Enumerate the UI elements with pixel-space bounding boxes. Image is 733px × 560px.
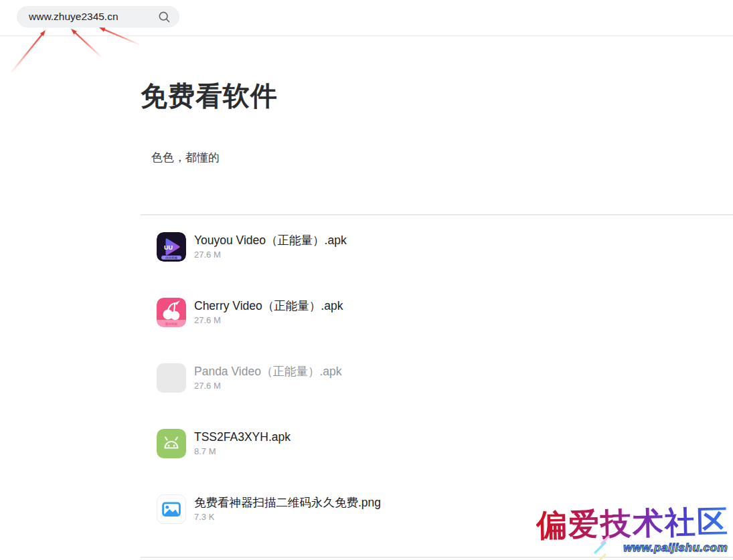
android-apk-icon bbox=[157, 429, 186, 458]
page-subtitle: 色色，都懂的 bbox=[141, 111, 733, 166]
page-title: 免费看软件 bbox=[141, 36, 733, 111]
bottom-divider bbox=[141, 557, 733, 558]
uu-icon-text: UU bbox=[164, 244, 173, 251]
file-item-tss2fa3xyh-apk[interactable]: TSS2FA3XYH.apk 8.7 M bbox=[141, 412, 733, 478]
file-size: 27.6 M bbox=[194, 250, 347, 260]
uu-video-app-icon: UU 优优视频 bbox=[157, 232, 186, 262]
search-input[interactable]: www.zhuye2345.cn bbox=[17, 6, 179, 27]
search-icon[interactable] bbox=[158, 11, 171, 23]
file-meta: Panda Video（正能量）.apk 27.6 M bbox=[194, 363, 342, 391]
file-name[interactable]: 免费看神器扫描二维码永久免费.png bbox=[194, 495, 381, 510]
watermark-url: www.paijishu.com bbox=[536, 541, 729, 555]
cherry-video-app-icon: 樱桃视频 bbox=[157, 298, 186, 327]
file-list: UU 优优视频 Youyou Video（正能量）.apk 27.6 M bbox=[141, 215, 733, 543]
file-name[interactable]: Panda Video（正能量）.apk bbox=[194, 364, 342, 379]
file-name[interactable]: Cherry Video（正能量）.apk bbox=[194, 298, 343, 313]
file-item-qrcode-png[interactable]: 免费看神器扫描二维码永久免费.png 7.3 K bbox=[141, 478, 733, 543]
file-name[interactable]: Youyou Video（正能量）.apk bbox=[194, 233, 347, 248]
file-meta: TSS2FA3XYH.apk 8.7 M bbox=[194, 429, 291, 456]
file-name[interactable]: TSS2FA3XYH.apk bbox=[194, 430, 291, 444]
file-meta: 免费看神器扫描二维码永久免费.png 7.3 K bbox=[194, 494, 381, 522]
search-value[interactable]: www.zhuye2345.cn bbox=[29, 11, 158, 23]
placeholder-icon bbox=[157, 363, 186, 393]
file-size: 27.6 M bbox=[194, 315, 343, 325]
file-size: 8.7 M bbox=[194, 446, 291, 456]
file-meta: Youyou Video（正能量）.apk 27.6 M bbox=[194, 232, 347, 260]
file-meta: Cherry Video（正能量）.apk 27.6 M bbox=[194, 298, 343, 325]
uu-icon-label: 优优视频 bbox=[165, 256, 178, 260]
main-content: 免费看软件 色色，都懂的 UU 优优视频 bbox=[141, 36, 733, 543]
file-size: 27.6 M bbox=[194, 381, 342, 391]
image-file-icon bbox=[157, 494, 186, 524]
file-item-youyou-video[interactable]: UU 优优视频 Youyou Video（正能量）.apk 27.6 M bbox=[141, 215, 733, 281]
cherry-icon-label: 樱桃视频 bbox=[165, 322, 178, 326]
top-bar: www.zhuye2345.cn bbox=[0, 0, 733, 36]
file-size: 7.3 K bbox=[194, 512, 381, 522]
file-item-cherry-video[interactable]: 樱桃视频 Cherry Video（正能量）.apk 27.6 M bbox=[141, 281, 733, 347]
file-item-panda-video[interactable]: Panda Video（正能量）.apk 27.6 M bbox=[141, 347, 733, 412]
